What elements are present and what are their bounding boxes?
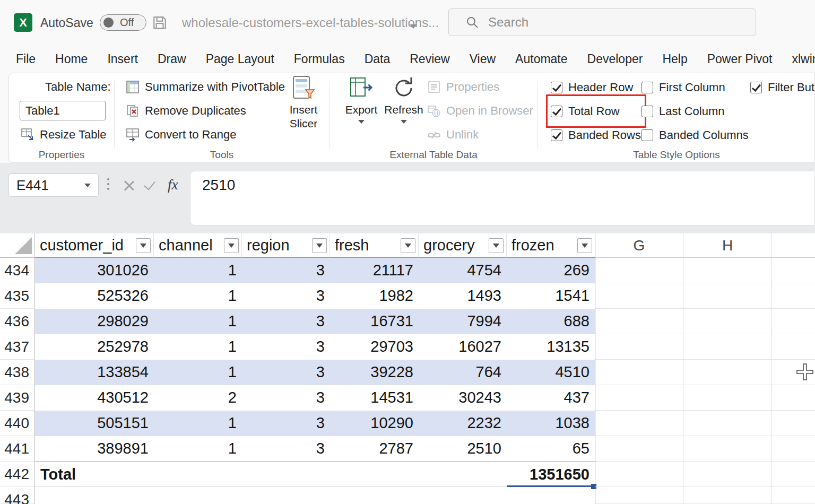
checkbox-box-icon[interactable] (750, 82, 762, 93)
row-header-436[interactable]: 436 (0, 309, 35, 334)
cell-F441[interactable]: 65 (507, 436, 595, 462)
cell-A438[interactable]: 133854 (35, 360, 154, 385)
column-header-g[interactable]: G (595, 233, 683, 258)
cell-C437[interactable]: 3 (242, 334, 330, 360)
cell-empty[interactable] (772, 487, 815, 504)
checkbox-filter-button[interactable]: Filter Button (750, 75, 815, 99)
row-header-442[interactable]: 442 (0, 462, 35, 487)
cell-B443[interactable] (154, 487, 242, 504)
cell-C435[interactable]: 3 (242, 283, 330, 309)
cell-empty[interactable] (683, 436, 772, 462)
filter-button-frozen[interactable] (577, 238, 592, 253)
cell-B435[interactable]: 1 (154, 283, 242, 309)
insert-slicer-button[interactable]: InsertSlicer (281, 75, 326, 131)
row-header-441[interactable]: 441 (0, 436, 35, 462)
cell-empty[interactable] (683, 258, 772, 283)
cell-empty[interactable] (683, 334, 772, 360)
tab-insert[interactable]: Insert (107, 52, 138, 66)
cell-C438[interactable]: 3 (242, 360, 330, 385)
cell-D437[interactable]: 29703 (330, 334, 419, 360)
cell-C439[interactable]: 3 (242, 385, 330, 411)
cell-C436[interactable]: 3 (242, 309, 330, 334)
document-title-chevron-icon[interactable] (410, 21, 417, 31)
cell-F440[interactable]: 1038 (507, 411, 595, 436)
tab-view[interactable]: View (470, 52, 496, 66)
cell-A440[interactable]: 505151 (35, 411, 154, 436)
cell-empty[interactable] (683, 411, 772, 436)
cell-empty[interactable] (595, 283, 683, 309)
tab-draw[interactable]: Draw (158, 52, 186, 66)
cell-empty[interactable] (683, 487, 772, 504)
column-header-fresh[interactable]: fresh (330, 233, 419, 258)
name-box[interactable]: E441 (8, 173, 99, 197)
filter-button-region[interactable] (312, 238, 327, 253)
save-icon[interactable] (152, 15, 168, 33)
cell-empty[interactable] (772, 385, 815, 411)
open-in-browser-button[interactable]: Open in Browser (424, 100, 536, 121)
row-header-440[interactable]: 440 (0, 411, 35, 436)
autosave-toggle[interactable]: Off (100, 14, 146, 31)
cell-F434[interactable]: 269 (507, 258, 595, 283)
cell-empty[interactable] (683, 360, 772, 385)
resize-table-button[interactable]: Resize Table (18, 124, 110, 145)
tab-review[interactable]: Review (410, 52, 449, 66)
checkbox-box-icon[interactable] (551, 106, 562, 117)
tab-file[interactable]: File (16, 52, 36, 66)
cell-C443[interactable] (242, 487, 330, 504)
checkbox-banded-columns[interactable]: Banded Columns (641, 123, 750, 147)
cell-B437[interactable]: 1 (154, 334, 242, 360)
checkbox-box-icon[interactable] (551, 129, 562, 141)
cell-A443[interactable] (35, 487, 154, 504)
cell-B434[interactable]: 1 (154, 258, 242, 283)
cell-empty[interactable] (595, 462, 683, 487)
cell-empty[interactable] (595, 436, 683, 462)
column-header-region[interactable]: region (242, 233, 330, 258)
cell-D440[interactable]: 10290 (330, 411, 419, 436)
cell-E436[interactable]: 7994 (419, 309, 507, 334)
cell-C441[interactable]: 3 (242, 436, 330, 462)
tab-help[interactable]: Help (662, 52, 687, 66)
unlink-button[interactable]: Unlink (424, 124, 482, 145)
checkbox-box-icon[interactable] (551, 82, 562, 93)
tab-power-pivot[interactable]: Power Pivot (707, 52, 773, 66)
cell-C434[interactable]: 3 (242, 258, 330, 283)
cell-E437[interactable]: 16027 (419, 334, 507, 360)
checkbox-total-row[interactable]: Total Row (551, 99, 641, 123)
cell-empty[interactable] (595, 411, 683, 436)
filter-button-customer-id[interactable] (136, 238, 151, 253)
cell-F435[interactable]: 1541 (507, 283, 595, 309)
tab-developer[interactable]: Developer (587, 52, 643, 66)
filter-button-fresh[interactable] (401, 238, 415, 253)
filter-button-grocery[interactable] (489, 238, 504, 253)
cell-empty[interactable] (772, 334, 815, 360)
cell-D439[interactable]: 14531 (330, 385, 419, 411)
cell-empty[interactable] (595, 360, 683, 385)
search-box[interactable] (448, 8, 756, 36)
remove-duplicates-button[interactable]: Remove Duplicates (123, 100, 249, 121)
document-title[interactable]: wholesale-customers-excel-tables-solutio… (182, 15, 439, 30)
formula-input[interactable]: 2510 (190, 171, 815, 225)
cell-empty[interactable] (772, 411, 815, 436)
tab-home[interactable]: Home (55, 52, 88, 66)
table-name-input[interactable] (20, 101, 106, 120)
cell-empty[interactable] (772, 309, 815, 334)
tab-automate[interactable]: Automate (515, 52, 567, 66)
cell-C440[interactable]: 3 (242, 411, 330, 436)
cell-F437[interactable]: 13135 (507, 334, 595, 360)
cell-E434[interactable]: 4754 (419, 258, 507, 283)
checkbox-header-row[interactable]: Header Row (551, 75, 641, 99)
cell-empty[interactable] (683, 309, 772, 334)
tab-page-layout[interactable]: Page Layout (206, 52, 274, 66)
cell-D442[interactable] (330, 462, 419, 487)
tab-xlwings[interactable]: xlwings (792, 52, 815, 66)
cell-A435[interactable]: 525326 (35, 283, 154, 309)
cell-empty[interactable] (595, 309, 683, 334)
insert-function-icon[interactable]: fx (168, 177, 178, 193)
column-header-frozen[interactable]: frozen (507, 233, 595, 258)
cell-empty[interactable] (772, 462, 815, 487)
cell-empty[interactable] (683, 283, 772, 309)
cell-B436[interactable]: 1 (154, 309, 242, 334)
checkbox-last-column[interactable]: Last Column (641, 99, 750, 123)
cell-empty[interactable] (595, 385, 683, 411)
cell-B442[interactable] (154, 462, 242, 487)
